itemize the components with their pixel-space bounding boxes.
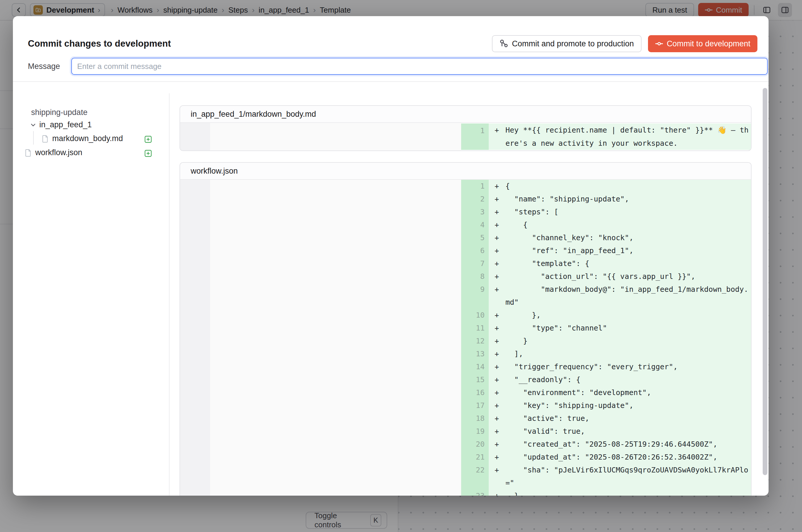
line-content: + "steps": [ — [489, 206, 751, 218]
diff-line: 22 + "sha": "pJeLVir6xIlUCMGqs9qroZoUAVD… — [461, 464, 751, 490]
promote-icon — [500, 39, 508, 48]
line-content: + "name": "shipping-update", — [489, 193, 751, 206]
diff-line: 11 + "type": "channel" — [461, 322, 751, 335]
tree-file-label[interactable]: workflow.json — [35, 148, 82, 157]
line-number: 23 — [461, 490, 489, 496]
diff-line: 13 + ], — [461, 347, 751, 360]
code-text: "trigger_frequency": "every_trigger", — [505, 360, 749, 373]
diff-plus-sign: + — [495, 360, 499, 373]
diff-line: 10 + }, — [461, 309, 751, 322]
line-content: + "channel_key": "knock", — [489, 231, 751, 244]
commit-and-promote-button[interactable]: Commit and promote to production — [492, 35, 641, 52]
line-number: 16 — [461, 386, 489, 399]
diff-added-lines: 1 +{ 2 + "name": "shipping-update", 3 + … — [461, 180, 751, 496]
tree-file-workflow[interactable]: workflow.json — [25, 148, 82, 157]
diff-line: 15 + "__readonly": { — [461, 373, 751, 386]
diff-plus-sign: + — [495, 180, 499, 193]
line-number: 18 — [461, 412, 489, 425]
line-number: 1 — [461, 124, 489, 150]
commit-to-development-button[interactable]: Commit to development — [648, 35, 758, 52]
diff-line: 8 + "action_url": "{{ vars.app_url }}", — [461, 270, 751, 283]
diff-old-gutter — [180, 123, 210, 150]
diff-line: 1 +Hey **{{ recipient.name | default: "t… — [461, 124, 751, 150]
diff-line: 1 +{ — [461, 180, 751, 193]
diff-line: 14 + "trigger_frequency": "every_trigger… — [461, 360, 751, 373]
line-number: 9 — [461, 283, 489, 309]
commit-message-input[interactable] — [71, 58, 768, 75]
diff-line: 16 + "environment": "development", — [461, 386, 751, 399]
code-text: } — [505, 490, 749, 496]
file-icon — [25, 149, 32, 157]
file-icon — [42, 135, 49, 143]
line-number: 22 — [461, 464, 489, 490]
diff-plus-sign: + — [495, 124, 499, 137]
line-content: + "sha": "pJeLVir6xIlUCMGqs9qroZoUAVDSwA… — [489, 464, 751, 490]
diff-plus-sign: + — [495, 451, 499, 464]
line-content: +Hey **{{ recipient.name | default: "the… — [489, 124, 751, 150]
tree-file-label[interactable]: markdown_body.md — [52, 134, 123, 143]
diff-filename: in_app_feed_1/markdown_body.md — [180, 106, 751, 123]
code-text: "ref": "in_app_feed_1", — [505, 244, 749, 257]
diff-filename: workflow.json — [180, 163, 751, 180]
sidebar-content-divider — [169, 93, 170, 496]
code-text: "environment": "development", — [505, 386, 749, 399]
line-number: 6 — [461, 244, 489, 257]
diff-plus-sign: + — [495, 347, 499, 360]
diff-plus-sign: + — [495, 218, 499, 231]
diff-line: 21 + "updated_at": "2025-08-26T20:26:52.… — [461, 451, 751, 464]
tree-folder-label[interactable]: in_app_feed_1 — [39, 120, 92, 129]
line-content: + "valid": true, — [489, 425, 751, 438]
line-number: 13 — [461, 347, 489, 360]
diff-plus-sign: + — [495, 193, 499, 206]
line-content: + "template": { — [489, 257, 751, 270]
diff-plus-sign: + — [495, 283, 499, 296]
diff-plus-sign: + — [495, 464, 499, 477]
diff-plus-sign: + — [495, 412, 499, 425]
message-label: Message — [28, 62, 60, 71]
diff-plus-sign: + — [495, 244, 499, 257]
diff-old-gutter — [180, 180, 210, 496]
diff-plus-sign: + — [495, 335, 499, 347]
diff-line: 12 + } — [461, 335, 751, 347]
diff-plus-sign: + — [495, 270, 499, 283]
diff-plus-sign: + — [495, 386, 499, 399]
line-content: + "__readonly": { — [489, 373, 751, 386]
line-number: 14 — [461, 360, 489, 373]
commit-and-promote-label: Commit and promote to production — [512, 39, 634, 49]
tree-file-markdown[interactable]: markdown_body.md — [42, 134, 123, 143]
line-content: + "action_url": "{{ vars.app_url }}", — [489, 270, 751, 283]
line-content: + { — [489, 218, 751, 231]
line-number: 2 — [461, 193, 489, 206]
line-content: + "created_at": "2025-08-25T19:29:46.644… — [489, 438, 751, 451]
line-content: + "active": true, — [489, 412, 751, 425]
modal-scrollbar-thumb[interactable] — [763, 88, 767, 475]
app-screen: Development › › Workflows › shipping-upd… — [0, 0, 802, 532]
modal-title: Commit changes to development — [28, 38, 171, 49]
diff-card-markdown: in_app_feed_1/markdown_body.md 1 +Hey **… — [180, 105, 751, 151]
diff-line: 23 + } — [461, 490, 751, 496]
tree-root-label[interactable]: shipping-update — [31, 108, 88, 117]
diff-plus-sign: + — [495, 490, 499, 496]
diff-plus-sign: + — [495, 231, 499, 244]
line-number: 7 — [461, 257, 489, 270]
line-content: + "trigger_frequency": "every_trigger", — [489, 360, 751, 373]
diff-plus-sign: + — [495, 309, 499, 322]
line-number: 10 — [461, 309, 489, 322]
line-content: + } — [489, 490, 751, 496]
code-text: ], — [505, 347, 749, 360]
tree-folder-row[interactable]: in_app_feed_1 — [30, 120, 92, 129]
line-content: + ], — [489, 347, 751, 360]
diff-body: 1 +Hey **{{ recipient.name | default: "t… — [180, 123, 751, 150]
diff-plus-sign: + — [495, 399, 499, 412]
code-text: } — [505, 335, 749, 347]
diff-line: 9 + "markdown_body@": "in_app_feed_1/mar… — [461, 283, 751, 309]
chevron-down-icon — [30, 122, 36, 128]
diff-line: 3 + "steps": [ — [461, 206, 751, 218]
line-number: 19 — [461, 425, 489, 438]
code-text: "markdown_body@": "in_app_feed_1/markdow… — [505, 283, 749, 309]
code-text: "name": "shipping-update", — [505, 193, 749, 206]
diff-line: 18 + "active": true, — [461, 412, 751, 425]
diff-line: 20 + "created_at": "2025-08-25T19:29:46.… — [461, 438, 751, 451]
modal-divider — [13, 81, 768, 82]
line-number: 3 — [461, 206, 489, 218]
